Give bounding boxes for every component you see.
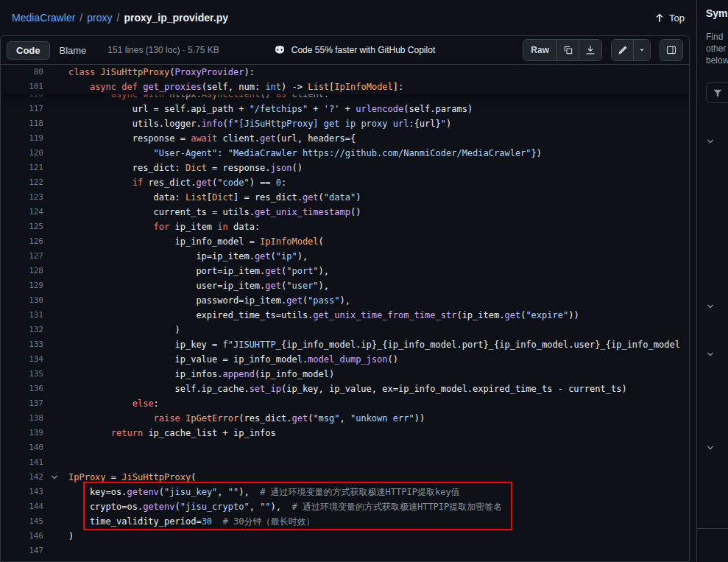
- gutter-spacer: [43, 440, 66, 455]
- line-number[interactable]: 118: [1, 116, 43, 131]
- gutter-spacer: [43, 175, 66, 190]
- code-line: 127 ip=ip_item.get("ip"),: [1, 249, 689, 264]
- line-number[interactable]: 121: [1, 161, 43, 175]
- code-text: self.ip_cache.set_ip(ip_key, ip_value, e…: [66, 382, 627, 396]
- gutter-spacer: [43, 161, 66, 175]
- line-number[interactable]: 123: [1, 190, 43, 205]
- line-number[interactable]: 133: [1, 337, 43, 352]
- code-line: 145 time_validity_period=30 # 30分钟（最长时效）: [1, 514, 689, 529]
- breadcrumb-repo-link[interactable]: MediaCrawler: [12, 12, 75, 24]
- gutter-spacer: [43, 234, 66, 249]
- line-number[interactable]: 139: [1, 426, 43, 440]
- gutter-spacer: [43, 499, 66, 514]
- line-number[interactable]: 131: [1, 308, 43, 323]
- line-number[interactable]: 124: [1, 205, 43, 219]
- code-line: 141: [1, 455, 689, 470]
- chevron-down-icon[interactable]: [704, 348, 716, 360]
- line-number[interactable]: 138: [1, 411, 43, 426]
- line-number[interactable]: 132: [1, 323, 43, 337]
- line-number[interactable]: 134: [1, 352, 43, 367]
- code-text: "User-Agent": "MediaCrawler https://gith…: [66, 146, 542, 161]
- back-to-top-link[interactable]: Top: [654, 13, 685, 24]
- edit-file-button[interactable]: [612, 40, 634, 60]
- gutter-spacer: [43, 382, 66, 396]
- symbols-panel-content: Symbols Findotherbelow: [697, 0, 728, 529]
- line-number[interactable]: 137: [1, 396, 43, 411]
- gutter-spacer: [43, 219, 66, 234]
- code-text: expired_time_ts=utils.get_unix_time_from…: [66, 308, 579, 323]
- code-text: password=ip_item.get("pass"),: [66, 293, 350, 308]
- gutter-spacer: [43, 396, 66, 411]
- gutter-spacer: [43, 146, 66, 161]
- line-number[interactable]: 145: [1, 514, 43, 529]
- code-line: 120 "User-Agent": "MediaCrawler https://…: [1, 146, 689, 161]
- line-number[interactable]: 120: [1, 146, 43, 161]
- copy-raw-button[interactable]: [557, 40, 579, 60]
- code-line: 140: [1, 440, 689, 455]
- breadcrumb-separator: /: [116, 12, 119, 24]
- line-number[interactable]: 147: [1, 544, 43, 558]
- copilot-banner[interactable]: Code 55% faster with GitHub Copilot: [274, 44, 435, 56]
- symbols-panel-description-line: Find: [706, 31, 728, 43]
- chevron-down-icon[interactable]: [704, 301, 716, 312]
- chevron-down-icon[interactable]: [704, 136, 716, 147]
- line-number[interactable]: 144: [1, 499, 43, 514]
- code-line: 137 else:: [1, 396, 689, 411]
- download-raw-button[interactable]: [579, 40, 601, 60]
- line-number[interactable]: 146: [1, 529, 43, 544]
- code-text: key=os.getenv("jisu_key", ""), # 通过环境变量的…: [66, 485, 460, 499]
- line-number[interactable]: 136: [1, 382, 43, 396]
- line-number[interactable]: 80: [1, 65, 43, 80]
- line-number[interactable]: 135: [1, 367, 43, 382]
- code-line: 124 current_ts = utils.get_unix_timestam…: [1, 205, 689, 219]
- line-number[interactable]: 127: [1, 249, 43, 264]
- code-line: 80class JiSuHttpProxy(ProxyProvider):: [1, 65, 689, 80]
- code-line: 122 if res_dict.get("code") == 0:: [1, 175, 689, 190]
- edit-dropdown-button[interactable]: [634, 40, 650, 60]
- collapse-chevron-icon[interactable]: [43, 470, 66, 485]
- code-line: 144 crypto=os.getenv("jisu_crypto", ""),…: [1, 499, 689, 514]
- line-number[interactable]: 101: [1, 80, 43, 94]
- line-number[interactable]: 142: [1, 470, 43, 485]
- line-number[interactable]: 140: [1, 440, 43, 455]
- code-line: 123 data: List[Dict] = res_dict.get("dat…: [1, 190, 689, 205]
- code-line: 130 password=ip_item.get("pass"),: [1, 293, 689, 308]
- tab-code[interactable]: Code: [7, 41, 50, 60]
- code-line: 129 user=ip_item.get("user"),: [1, 278, 689, 293]
- line-number[interactable]: 125: [1, 219, 43, 234]
- code-line: 139 return ip_cache_list + ip_infos: [1, 426, 689, 440]
- code-line: 119 response = await client.get(url, hea…: [1, 131, 689, 146]
- raw-button[interactable]: Raw: [523, 40, 557, 60]
- line-number[interactable]: 141: [1, 455, 43, 470]
- line-number[interactable]: 143: [1, 485, 43, 499]
- line-number[interactable]: 130: [1, 293, 43, 308]
- line-number[interactable]: 126: [1, 234, 43, 249]
- code-blame-toggle: Code Blame: [7, 41, 96, 60]
- code-text: ip_info_model = IpInfoModel(: [66, 234, 324, 249]
- breadcrumb-folder-link[interactable]: proxy: [87, 12, 112, 24]
- symbols-panel-toggle-button[interactable]: [660, 40, 682, 60]
- filter-icon: [713, 88, 723, 98]
- file-box: Code Blame 151 lines (130 loc) · 5.75 KB…: [0, 35, 690, 562]
- symbols-panel: Symbols Findotherbelow: [696, 0, 728, 562]
- breadcrumb: MediaCrawler / proxy / proxy_ip_provider…: [0, 0, 696, 35]
- symbols-filter-input[interactable]: [706, 82, 728, 103]
- line-number[interactable]: 128: [1, 264, 43, 278]
- code-line: 128 port=ip_item.get("port"),: [1, 264, 689, 278]
- line-number[interactable]: 119: [1, 131, 43, 146]
- code-text: data: List[Dict] = res_dict.get("data"): [66, 190, 361, 205]
- line-number[interactable]: 122: [1, 175, 43, 190]
- code-text: ip=ip_item.get("ip"),: [66, 249, 308, 264]
- code-line: 136 self.ip_cache.set_ip(ip_key, ip_valu…: [1, 382, 689, 396]
- gutter-spacer: [43, 337, 66, 352]
- file-meta-info: 151 lines (130 loc) · 5.75 KB: [107, 45, 219, 55]
- code-line: 125 for ip_item in data:: [1, 219, 689, 234]
- line-number[interactable]: 117: [1, 102, 43, 116]
- gutter-spacer: [43, 80, 66, 94]
- line-number[interactable]: 129: [1, 278, 43, 293]
- code-text: [66, 544, 68, 558]
- chevron-down-icon[interactable]: [704, 442, 716, 454]
- code-lines: 116 async with httpx.AsyncClient() as cl…: [1, 65, 689, 558]
- copy-icon: [563, 45, 573, 55]
- tab-blame[interactable]: Blame: [50, 41, 96, 60]
